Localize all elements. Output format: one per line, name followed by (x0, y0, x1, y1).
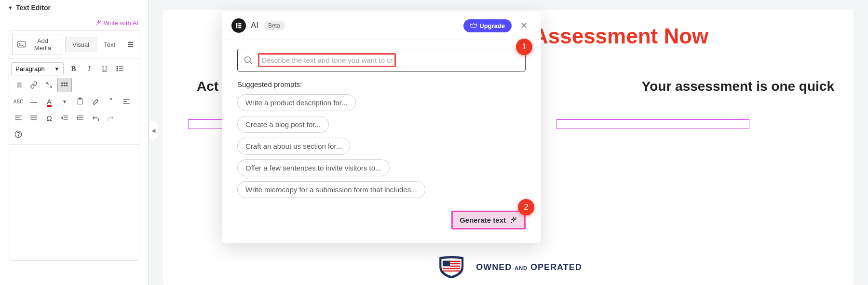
svg-rect-18 (66, 83, 68, 84)
svg-rect-47 (236, 23, 238, 28)
svg-rect-20 (64, 85, 65, 86)
redo-button[interactable] (104, 111, 118, 125)
tab-visual[interactable]: Visual (65, 37, 96, 52)
svg-rect-45 (443, 268, 461, 270)
svg-rect-49 (238, 25, 241, 27)
color-dropdown[interactable]: ▼ (57, 94, 72, 109)
prompt-chip[interactable]: Write microcopy for a submission form th… (237, 181, 425, 198)
align-button[interactable] (119, 94, 134, 109)
ai-dialog: AI Beta Upgrade ✕ 1 Suggested prompts: W… (222, 12, 541, 243)
clear-format-button[interactable] (88, 94, 103, 109)
generate-text-button[interactable]: Generate text (451, 211, 526, 229)
undo-button[interactable] (88, 111, 103, 125)
close-button[interactable]: ✕ (516, 18, 531, 33)
sparkle-icon (510, 216, 517, 224)
annotation-marker-2: 2 (518, 199, 534, 215)
chevron-down-icon: ▼ (54, 66, 59, 71)
svg-point-51 (245, 57, 251, 62)
suggested-prompts-label: Suggested prompts: (237, 80, 526, 88)
svg-point-10 (117, 66, 118, 67)
elementor-logo-icon (231, 18, 246, 33)
editor-tabs-row: Add Media Visual Text (9, 31, 139, 58)
generate-label: Generate text (460, 216, 506, 224)
owned-operated-badge: OWNED AND OPERATED (434, 255, 582, 279)
svg-point-11 (117, 68, 118, 69)
paste-button[interactable] (73, 94, 87, 109)
align-left-button[interactable] (11, 111, 26, 125)
panel-title[interactable]: ▼ Text Editor (0, 0, 148, 15)
tab-settings-icon[interactable] (122, 37, 139, 52)
element-selection-right[interactable] (556, 119, 749, 129)
write-with-ai-link[interactable]: Write with AI (0, 15, 148, 30)
svg-rect-6 (128, 46, 134, 47)
sparkle-icon (95, 20, 102, 26)
svg-point-40 (18, 136, 18, 136)
strikethrough-button[interactable]: ABC (11, 94, 26, 109)
svg-rect-21 (66, 85, 68, 86)
ai-dialog-body: 1 Suggested prompts: Write a product des… (222, 40, 541, 243)
underline-button[interactable]: U (97, 61, 112, 76)
svg-point-53 (515, 217, 516, 218)
collapse-caret-icon: ▼ (8, 5, 13, 11)
rich-editor-panel: Add Media Visual Text Paragraph ▼ B I U (9, 30, 139, 261)
svg-rect-5 (128, 44, 134, 45)
prompt-chips-list: Write a product description for... Creat… (237, 94, 526, 198)
svg-point-54 (511, 222, 512, 223)
align-justify-button[interactable] (27, 111, 41, 125)
search-icon (244, 56, 253, 65)
editor-content-area[interactable] (9, 144, 139, 260)
svg-rect-42 (450, 261, 461, 262)
svg-rect-44 (450, 266, 461, 267)
annotation-marker-1: 1 (516, 39, 532, 55)
tab-text[interactable]: Text (96, 37, 122, 53)
write-ai-label: Write with AI (104, 19, 138, 27)
upgrade-button[interactable]: Upgrade (463, 19, 512, 32)
ordered-list-button[interactable] (11, 78, 26, 92)
special-char-button[interactable]: Ω (42, 111, 56, 125)
svg-rect-17 (64, 83, 65, 84)
svg-rect-48 (238, 23, 241, 25)
svg-rect-46 (443, 271, 461, 272)
svg-rect-50 (238, 27, 241, 28)
list-button[interactable] (113, 61, 127, 76)
italic-button[interactable]: I (82, 61, 96, 76)
svg-line-52 (250, 61, 252, 64)
paragraph-select[interactable]: Paragraph ▼ (11, 62, 64, 75)
toolbar-toggle-button[interactable] (57, 78, 72, 92)
prompt-chip[interactable]: Create a blog post for... (237, 116, 329, 133)
indent-button[interactable] (73, 111, 87, 125)
svg-point-1 (96, 25, 97, 25)
hr-button[interactable]: — (27, 94, 41, 109)
ai-prompt-input[interactable] (259, 55, 394, 66)
add-media-label: Add Media (28, 37, 57, 52)
panel-title-text: Text Editor (16, 4, 51, 12)
svg-rect-19 (61, 85, 63, 86)
ai-input-wrap: 1 (237, 49, 526, 71)
bold-button[interactable]: B (67, 61, 81, 76)
hero-subtitle-right: Your assessment is one quick (642, 79, 834, 94)
svg-rect-4 (128, 42, 134, 43)
editor-toolbar: Paragraph ▼ B I U (9, 58, 139, 144)
beta-badge: Beta (263, 21, 285, 30)
crown-icon (470, 23, 477, 28)
outdent-button[interactable] (57, 111, 72, 125)
quote-button[interactable]: " (104, 94, 118, 109)
text-color-button[interactable]: A (42, 94, 56, 109)
generate-wrap: Generate text 2 (237, 211, 526, 229)
input-highlight-box (258, 53, 396, 67)
help-button[interactable] (11, 127, 26, 142)
upgrade-label: Upgrade (479, 22, 505, 29)
prompt-chip[interactable]: Craft an about us section for... (237, 138, 350, 155)
media-icon (17, 41, 26, 48)
svg-rect-23 (79, 98, 81, 100)
svg-rect-16 (61, 83, 63, 84)
prompt-chip[interactable]: Write a product description for... (237, 94, 356, 111)
prompt-chip[interactable]: Offer a few sentences to invite visitors… (237, 159, 390, 176)
add-media-button[interactable]: Add Media (12, 34, 62, 55)
ai-dialog-header: AI Beta Upgrade ✕ (222, 12, 541, 40)
editor-sidebar: ▼ Text Editor Write with AI Add Media Vi… (0, 0, 149, 285)
fullscreen-button[interactable] (42, 78, 56, 92)
flag-shield-icon (434, 255, 468, 279)
link-button[interactable] (27, 78, 41, 92)
ai-dialog-title: AI (251, 21, 258, 30)
